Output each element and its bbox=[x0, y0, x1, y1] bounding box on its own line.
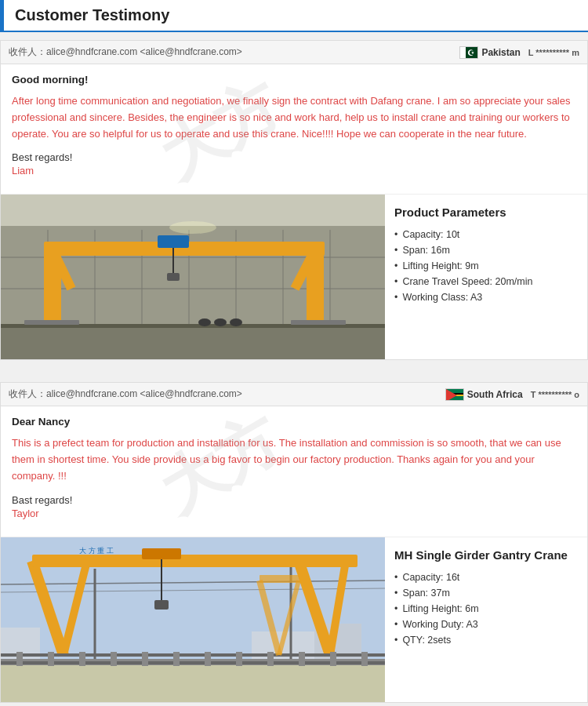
product-title-2: MH Single Girder Gantry Crane bbox=[394, 548, 578, 562]
svg-rect-50 bbox=[48, 652, 54, 666]
svg-rect-54 bbox=[173, 652, 180, 666]
page-header: Customer Testimony bbox=[0, 0, 588, 32]
flag-icon-pakistan bbox=[459, 46, 478, 59]
param-item: Lifting Height: 6m bbox=[394, 601, 578, 617]
svg-rect-49 bbox=[16, 652, 23, 666]
svg-rect-58 bbox=[299, 652, 305, 666]
sender-name-2: Taylor bbox=[12, 508, 576, 519]
product-section-2: 大 方 重 工 bbox=[1, 537, 587, 702]
email-header-1: 收件人：alice@hndfcrane.com <alice@hndfcrane… bbox=[1, 41, 587, 64]
param-item: QTY: 2sets bbox=[394, 632, 578, 648]
country-name-2: South Africa bbox=[467, 389, 523, 400]
testimonials-container: 收件人：alice@hndfcrane.com <alice@hndfcrane… bbox=[0, 40, 588, 706]
regards-2: Bast regards! bbox=[12, 494, 576, 506]
param-item: Working Duty: A3 bbox=[394, 617, 578, 632]
svg-rect-43 bbox=[142, 548, 181, 559]
testimony-card-2: 收件人：alice@hndfcrane.com <alice@hndfcrane… bbox=[0, 382, 588, 702]
svg-rect-21 bbox=[167, 273, 180, 281]
svg-rect-52 bbox=[111, 652, 117, 666]
svg-point-24 bbox=[214, 318, 227, 326]
svg-rect-55 bbox=[205, 652, 211, 666]
params-list-1: Capacity: 10t Span: 16m Lifting Height: … bbox=[394, 227, 578, 305]
svg-rect-56 bbox=[236, 652, 242, 666]
svg-rect-42 bbox=[32, 555, 358, 567]
product-section-1: Product Parameters Capacity: 10t Span: 1… bbox=[1, 194, 587, 359]
country-badge-1: Pakistan L ********** m bbox=[459, 46, 579, 59]
testimony-card-1: 收件人：alice@hndfcrane.com <alice@hndfcrane… bbox=[0, 40, 588, 360]
crane-image-1 bbox=[1, 195, 385, 359]
greeting-2: Dear Nancy bbox=[12, 416, 576, 428]
flag-sa-chevron bbox=[446, 389, 457, 401]
svg-rect-47 bbox=[1, 653, 385, 657]
param-item: Capacity: 16t bbox=[394, 570, 578, 585]
param-item: Span: 16m bbox=[394, 242, 578, 258]
param-item: Capacity: 10t bbox=[394, 227, 578, 242]
svg-rect-59 bbox=[330, 652, 336, 666]
email-header-2: 收件人：alice@hndfcrane.com <alice@hndfcrane… bbox=[1, 383, 587, 406]
svg-rect-19 bbox=[158, 235, 189, 248]
masked-id-2: T ********** o bbox=[531, 390, 579, 399]
svg-rect-29 bbox=[1, 659, 385, 702]
param-item: Working Class: A3 bbox=[394, 289, 578, 305]
svg-point-27 bbox=[169, 221, 216, 234]
svg-point-26 bbox=[198, 318, 211, 326]
svg-rect-51 bbox=[79, 652, 85, 666]
product-title-1: Product Parameters bbox=[394, 206, 578, 219]
svg-rect-63 bbox=[260, 575, 303, 583]
country-badge-2: South Africa T ********** o bbox=[445, 388, 579, 401]
svg-rect-53 bbox=[142, 652, 148, 666]
params-list-2: Capacity: 16t Span: 37m Lifting Height: … bbox=[394, 570, 578, 648]
product-params-1: Product Parameters Capacity: 10t Span: 1… bbox=[385, 195, 587, 359]
message-body-1: 大方 Good morning! After long time communi… bbox=[1, 64, 587, 186]
masked-id-1: L ********** m bbox=[528, 48, 579, 57]
svg-point-25 bbox=[230, 318, 242, 326]
svg-rect-3 bbox=[1, 324, 385, 359]
greeting-1: Good morning! bbox=[12, 74, 576, 86]
page-title: Customer Testimony bbox=[15, 6, 169, 24]
message-body-2: 大方 Dear Nancy This is a prefect team for… bbox=[1, 406, 587, 528]
svg-rect-22 bbox=[24, 320, 79, 325]
product-params-2: MH Single Girder Gantry Crane Capacity: … bbox=[385, 537, 587, 702]
param-item: Span: 37m bbox=[394, 585, 578, 601]
email-to-1: 收件人：alice@hndfcrane.com <alice@hndfcrane… bbox=[9, 45, 459, 59]
flag-icon-south-africa bbox=[445, 388, 464, 401]
crane-image-2: 大 方 重 工 bbox=[1, 537, 385, 702]
svg-rect-46 bbox=[154, 600, 169, 610]
svg-rect-23 bbox=[291, 320, 346, 325]
message-text-2: This is a prefect team for production an… bbox=[12, 435, 576, 484]
svg-rect-48 bbox=[1, 661, 385, 664]
sender-name-1: Liam bbox=[12, 165, 576, 176]
param-item: Lifting Height: 9m bbox=[394, 258, 578, 274]
regards-1: Best regards! bbox=[12, 151, 576, 163]
country-name-1: Pakistan bbox=[481, 47, 520, 58]
email-to-2: 收件人：alice@hndfcrane.com <alice@hndfcrane… bbox=[9, 388, 445, 401]
svg-text:大 方 重 工: 大 方 重 工 bbox=[79, 547, 114, 555]
svg-rect-60 bbox=[361, 652, 368, 666]
message-text-1: After long time communication and negoti… bbox=[12, 93, 576, 142]
svg-rect-57 bbox=[267, 652, 274, 666]
param-item: Crane Travel Speed: 20m/min bbox=[394, 274, 578, 289]
spacer bbox=[0, 368, 588, 374]
